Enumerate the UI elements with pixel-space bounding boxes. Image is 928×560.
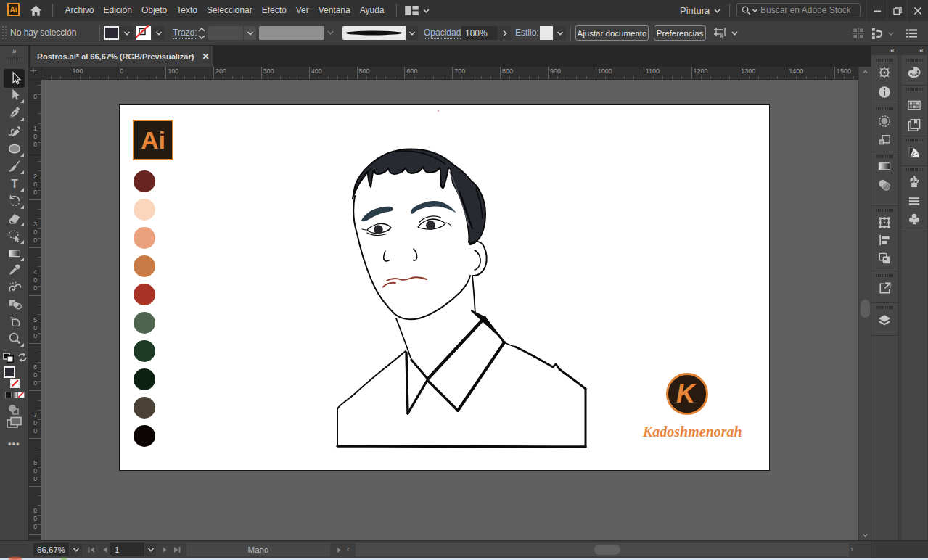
stroke-panel-icon[interactable] bbox=[907, 194, 922, 209]
ruler-corner[interactable] bbox=[29, 67, 41, 80]
artboards-icon[interactable] bbox=[877, 215, 892, 231]
style-swatch[interactable] bbox=[540, 26, 553, 40]
zoom-chevron[interactable] bbox=[70, 543, 82, 556]
stroke-weight-stepper[interactable] bbox=[197, 26, 206, 41]
scroll-down-icon[interactable] bbox=[862, 532, 869, 538]
fill-swatch[interactable] bbox=[4, 366, 15, 378]
home-icon[interactable] bbox=[29, 4, 43, 17]
ellipse-tool[interactable] bbox=[4, 140, 25, 157]
document-setup-chevron[interactable] bbox=[731, 30, 739, 37]
status-expand-icon[interactable] bbox=[335, 546, 343, 554]
collapse-left-column-icon[interactable]: « bbox=[890, 46, 895, 54]
scroll-up-icon[interactable] bbox=[862, 69, 869, 75]
horizontal-scrollbar[interactable] bbox=[356, 543, 849, 556]
collapse-right-column-icon[interactable]: « bbox=[919, 46, 924, 54]
menu-edicion[interactable]: Edición bbox=[99, 0, 136, 21]
fill-color-chevron[interactable] bbox=[120, 26, 133, 40]
stroke-weight-label[interactable]: Trazo: bbox=[173, 28, 197, 39]
fit-document-button[interactable]: Ajustar documento bbox=[575, 25, 649, 41]
gradient-mode-button[interactable] bbox=[12, 392, 18, 398]
transparency-icon[interactable] bbox=[877, 178, 892, 193]
gradient-tool[interactable] bbox=[4, 244, 25, 262]
toolbar-drag-handle[interactable] bbox=[7, 57, 22, 60]
menu-ayuda[interactable]: Ayuda bbox=[355, 0, 389, 21]
toolbar-collapse-icon[interactable]: » bbox=[12, 47, 17, 55]
color-palette-icon[interactable] bbox=[907, 65, 922, 81]
color-mode-button[interactable] bbox=[5, 392, 12, 398]
symbol-sprayer-tool[interactable] bbox=[4, 279, 25, 296]
previous-artboard-icon[interactable] bbox=[101, 545, 110, 554]
arrange-documents-icon[interactable] bbox=[853, 28, 864, 39]
layers-icon[interactable] bbox=[877, 313, 892, 328]
opacity-label[interactable]: Opacidad: bbox=[424, 28, 464, 39]
fill-color-swatch[interactable] bbox=[104, 26, 119, 40]
style-chevron[interactable] bbox=[554, 26, 566, 40]
horizontal-ruler[interactable]: 1000100200300400500600700800900100011001… bbox=[41, 67, 858, 80]
default-fill-stroke-icon[interactable] bbox=[3, 353, 14, 363]
workspace-chevron-icon[interactable] bbox=[422, 7, 430, 15]
workspace-layout-icon[interactable] bbox=[405, 6, 419, 15]
artboard-chevron[interactable] bbox=[145, 543, 156, 556]
type-tool[interactable] bbox=[4, 175, 25, 192]
panel-drag-handle[interactable] bbox=[906, 59, 924, 62]
symbols-icon[interactable] bbox=[907, 212, 922, 227]
document-setup-icon[interactable] bbox=[713, 27, 728, 40]
adobe-stock-search[interactable]: Buscar en Adobe Stock bbox=[736, 3, 861, 17]
minimize-button[interactable] bbox=[866, 0, 887, 21]
shape-builder-tool[interactable] bbox=[4, 295, 25, 313]
first-artboard-icon[interactable] bbox=[87, 545, 96, 554]
control-panel-menu-icon[interactable] bbox=[906, 28, 917, 38]
panel-drag-handle[interactable] bbox=[906, 88, 924, 91]
menu-archivo[interactable]: Archivo bbox=[60, 0, 99, 21]
eyedropper-tool[interactable] bbox=[4, 261, 25, 279]
selection-tool[interactable] bbox=[4, 69, 25, 88]
opacity-field[interactable]: 100% bbox=[461, 26, 498, 40]
rotate-tool[interactable] bbox=[4, 192, 25, 210]
swatches-icon[interactable] bbox=[907, 98, 922, 113]
swap-fill-stroke-icon[interactable] bbox=[17, 353, 28, 362]
brush-definition-chevron[interactable] bbox=[406, 26, 418, 40]
panel-drag-handle[interactable] bbox=[876, 274, 894, 277]
menu-ventana[interactable]: Ventana bbox=[313, 0, 355, 21]
none-mode-button[interactable] bbox=[18, 392, 25, 398]
stroke-swatch[interactable] bbox=[10, 379, 20, 388]
next-artboard-icon[interactable] bbox=[160, 545, 169, 554]
artboard[interactable]: Ai K Kadoshmenorah bbox=[119, 104, 770, 471]
brush-definition-dropdown[interactable] bbox=[342, 26, 406, 40]
panel-drag-handle[interactable] bbox=[876, 107, 894, 110]
color-guide-icon[interactable] bbox=[907, 144, 922, 160]
shaper-tool[interactable] bbox=[4, 227, 25, 244]
last-artboard-icon[interactable] bbox=[173, 545, 181, 554]
eraser-tool[interactable] bbox=[4, 210, 25, 227]
zoom-tool[interactable] bbox=[4, 330, 25, 347]
stroke-color-chevron[interactable] bbox=[152, 26, 165, 40]
draw-mode-icon[interactable] bbox=[7, 403, 20, 416]
opacity-expand[interactable] bbox=[498, 26, 511, 40]
workspace-switcher-chevron-icon[interactable] bbox=[713, 7, 721, 15]
menu-texto[interactable]: Texto bbox=[172, 0, 202, 21]
menu-seleccionar[interactable]: Seleccionar bbox=[202, 0, 257, 21]
edit-toolbar-ellipsis[interactable]: ••• bbox=[8, 438, 20, 449]
stroke-weight-chevron[interactable] bbox=[244, 26, 256, 40]
stroke-color-swatch[interactable] bbox=[136, 26, 151, 40]
transform-icon[interactable] bbox=[877, 133, 892, 148]
horizontal-scroll-thumb[interactable] bbox=[594, 545, 620, 555]
vertical-scrollbar[interactable] bbox=[858, 67, 871, 540]
controlbar-drag-handle[interactable] bbox=[2, 26, 7, 41]
canvas[interactable]: Ai K Kadoshmenorah bbox=[41, 80, 858, 540]
panel-drag-handle[interactable] bbox=[906, 139, 924, 141]
stroke-weight-field[interactable] bbox=[208, 26, 243, 40]
scroll-right-icon[interactable]: › bbox=[850, 544, 853, 554]
swatch-library-icon[interactable] bbox=[907, 118, 922, 133]
close-button[interactable] bbox=[907, 0, 927, 21]
zoom-level-field[interactable]: 66,67% bbox=[33, 543, 69, 556]
document-info-icon[interactable] bbox=[877, 85, 892, 100]
vertical-ruler[interactable]: 0100200300400500600700800900 bbox=[29, 80, 41, 540]
workspace-switcher[interactable]: Pintura bbox=[680, 5, 710, 16]
restore-button[interactable] bbox=[887, 0, 907, 21]
direct-selection-tool[interactable] bbox=[4, 86, 25, 104]
dashed-circle-icon[interactable] bbox=[877, 114, 892, 129]
align-icon[interactable] bbox=[877, 233, 892, 248]
document-tab[interactable]: Rostros.ai* al 66,67% (RGB/Previsualizar… bbox=[30, 46, 213, 67]
screen-mode-icon[interactable] bbox=[6, 416, 23, 429]
